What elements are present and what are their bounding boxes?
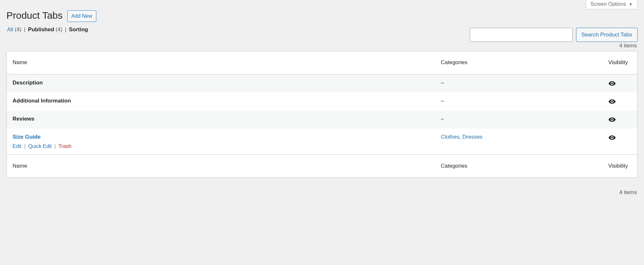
items-count-top: 4 items: [619, 43, 637, 49]
column-header-categories[interactable]: Categories: [435, 51, 602, 74]
chevron-down-icon: ▼: [629, 2, 633, 6]
table-row: Description –: [7, 74, 637, 93]
column-footer-visibility[interactable]: Visibility: [602, 154, 637, 178]
row-categories: –: [441, 116, 444, 122]
visibility-icon: [608, 134, 616, 142]
svg-point-1: [611, 101, 613, 102]
trash-link[interactable]: Trash: [58, 143, 71, 149]
screen-options-button[interactable]: Screen Options ▼: [586, 0, 638, 9]
filter-sorting[interactable]: Sorting: [69, 26, 88, 33]
visibility-icon: [608, 116, 616, 123]
items-count-bottom: 4 items: [619, 189, 637, 196]
column-footer-name[interactable]: Name: [7, 154, 435, 178]
visibility-icon: [608, 98, 616, 105]
page-title: Product Tabs: [6, 10, 63, 21]
filter-published[interactable]: Published: [28, 26, 54, 33]
add-new-button[interactable]: Add New: [67, 10, 97, 22]
filter-published-count: (4): [56, 26, 62, 33]
filter-all-count: (4): [15, 26, 22, 33]
screen-options-label: Screen Options: [591, 1, 626, 7]
quick-edit-link[interactable]: Quick Edit: [28, 143, 52, 149]
column-footer-categories[interactable]: Categories: [435, 154, 602, 178]
column-header-name[interactable]: Name: [7, 51, 435, 74]
row-title[interactable]: Description: [13, 80, 43, 86]
search-input[interactable]: [470, 28, 573, 42]
svg-point-3: [611, 137, 613, 138]
table-row: Additional Information –: [7, 93, 637, 111]
visibility-icon: [608, 80, 616, 87]
table-row: Size Guide Edit | Quick Edit | Trash Clo…: [7, 129, 637, 154]
svg-point-2: [611, 119, 613, 120]
search-button[interactable]: Search Product Tabs: [576, 28, 638, 42]
row-categories: –: [441, 98, 444, 104]
row-title[interactable]: Reviews: [13, 116, 34, 122]
row-categories: –: [441, 80, 444, 86]
product-tabs-table: Name Categories Visibility Description –: [6, 51, 638, 178]
svg-point-0: [611, 83, 613, 84]
filter-all[interactable]: All: [7, 26, 13, 33]
row-actions: Edit | Quick Edit | Trash: [13, 143, 431, 149]
row-title[interactable]: Size Guide: [13, 134, 41, 140]
row-title[interactable]: Additional Information: [13, 98, 71, 104]
row-categories[interactable]: Clothes, Dresses: [441, 134, 482, 140]
table-row: Reviews –: [7, 111, 637, 129]
column-header-visibility[interactable]: Visibility: [602, 51, 637, 74]
edit-link[interactable]: Edit: [13, 143, 22, 149]
